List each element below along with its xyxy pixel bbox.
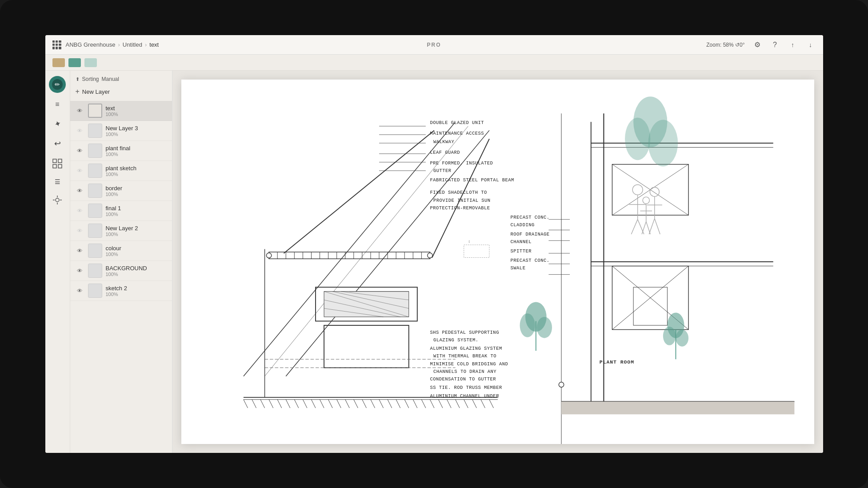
grid-toggle[interactable] [52, 159, 62, 170]
layer-visibility-toggle[interactable]: 👁 [76, 266, 84, 275]
layer-opacity: 100% [106, 192, 123, 197]
layer-visibility-toggle[interactable]: 👁 [76, 126, 84, 135]
layer-name: BACKGROUND [106, 265, 147, 272]
layer-visibility-toggle[interactable]: 👁 [76, 286, 84, 295]
layer-info: text100% [106, 105, 118, 117]
layer-opacity: 100% [106, 232, 138, 237]
help-button[interactable]: ? [770, 40, 780, 50]
svg-text:ROOF DRAINAGE: ROOF DRAINAGE [510, 232, 549, 237]
undo-tool[interactable]: ↩ [49, 136, 65, 152]
svg-text:PRECAST CONC.: PRECAST CONC. [510, 258, 549, 263]
zoom-label: Zoom: 58% ↺0° [706, 42, 744, 48]
svg-rect-1 [58, 159, 62, 163]
layer-visibility-toggle[interactable]: 👁 [76, 166, 84, 175]
layer-visibility-toggle[interactable]: 👁 [76, 186, 84, 195]
layer-name: colour [106, 245, 121, 252]
layers-toggle[interactable]: ☰ [49, 174, 65, 190]
layer-thumbnail [88, 184, 102, 198]
sorting-row[interactable]: ⬆ Sorting Manual [76, 76, 167, 82]
svg-point-33 [427, 253, 432, 258]
color-swatch-tan[interactable] [52, 58, 65, 67]
svg-rect-2 [53, 164, 56, 168]
layer-visibility-toggle[interactable]: 👁 [76, 246, 84, 255]
svg-text:ALUMINIUM CHANNEL UNDER: ALUMINIUM CHANNEL UNDER [430, 393, 499, 399]
brush-tool[interactable]: ✏ [49, 76, 66, 93]
layer-thumbnail [88, 204, 102, 218]
layer-name: sketch 2 [106, 285, 127, 292]
svg-point-75 [625, 118, 650, 160]
svg-text:SHS PEDESTAL SUPPORTING: SHS PEDESTAL SUPPORTING [430, 330, 499, 335]
svg-text:GUTTER: GUTTER [433, 168, 452, 173]
top-bar-right: Zoom: 58% ↺0° ⚙ ? ↑ ↓ [706, 40, 816, 50]
svg-point-132 [559, 382, 564, 387]
toolbar [45, 55, 823, 71]
menu-tool[interactable]: ≡ [49, 96, 65, 112]
settings-button[interactable]: ⚙ [752, 40, 763, 50]
color-swatch-green[interactable] [68, 58, 81, 67]
svg-point-68 [520, 313, 535, 337]
color-swatch-light[interactable] [84, 58, 97, 67]
svg-text:CONDENSATION TO GUTTER: CONDENSATION TO GUTTER [430, 376, 496, 382]
layer-item[interactable]: 👁colour100% [70, 241, 172, 261]
export-down-button[interactable]: ↓ [805, 40, 816, 50]
breadcrumb-current[interactable]: text [149, 41, 159, 48]
apps-icon[interactable] [52, 40, 61, 49]
layer-item[interactable]: 👁BACKGROUND100% [70, 261, 172, 281]
layer-opacity: 100% [106, 292, 127, 297]
svg-text:WITH THERMAL BREAK TO: WITH THERMAL BREAK TO [433, 353, 496, 359]
layer-visibility-toggle[interactable]: 👁 [76, 226, 84, 235]
svg-point-76 [648, 120, 678, 167]
main-content: ✏ ≡ ✦ ↩ ☰ [45, 71, 823, 453]
layer-info: border100% [106, 185, 123, 197]
layer-info: plant sketch100% [106, 165, 136, 177]
layer-item[interactable]: 👁New Layer 2100% [70, 221, 172, 241]
layer-opacity: 100% [106, 212, 121, 217]
svg-point-72 [663, 327, 676, 345]
layer-info: final 1100% [106, 205, 121, 217]
layer-item[interactable]: 👁text100% [70, 101, 172, 121]
layer-visibility-toggle[interactable]: 👁 [76, 146, 84, 155]
layer-item[interactable]: 👁plant sketch100% [70, 161, 172, 181]
svg-text:DOUBLE GLAZED UNIT: DOUBLE GLAZED UNIT [430, 120, 484, 125]
layer-name: border [106, 185, 123, 192]
layer-item[interactable]: 👁New Layer 3100% [70, 121, 172, 141]
layer-thumbnail [88, 224, 102, 238]
layer-info: plant final100% [106, 145, 131, 157]
svg-text:ALUMINIUM GLAZING SYSTEM: ALUMINIUM GLAZING SYSTEM [430, 346, 502, 351]
layer-thumbnail [88, 164, 102, 178]
layer-item[interactable]: 👁final 1100% [70, 201, 172, 221]
export-up-button[interactable]: ↑ [788, 40, 798, 50]
layer-thumbnail [88, 144, 102, 158]
layer-item[interactable]: 👁border100% [70, 181, 172, 201]
screen: ANBG Greenhouse › Untitled › text PRO Zo… [45, 35, 823, 453]
layer-visibility-toggle[interactable]: 👁 [76, 206, 84, 215]
layer-name: plant sketch [106, 165, 136, 172]
svg-rect-58 [561, 402, 794, 415]
breadcrumb-file[interactable]: Untitled [123, 41, 142, 48]
svg-point-4 [56, 198, 59, 202]
smudge-tool[interactable]: ✦ [49, 116, 65, 132]
layer-name: text [106, 105, 118, 112]
layer-info: New Layer 3100% [106, 125, 138, 137]
zoom-rotation: ↺0° [735, 42, 744, 48]
cursor-tool[interactable] [52, 195, 62, 207]
svg-text:FIXED SHADECLOTH TO: FIXED SHADECLOTH TO [430, 190, 487, 195]
new-layer-button[interactable]: + New Layer [76, 86, 167, 97]
layer-name: plant final [106, 145, 131, 152]
layer-item[interactable]: 👁plant final100% [70, 141, 172, 161]
top-bar-left: ANBG Greenhouse › Untitled › text [52, 40, 159, 49]
breadcrumb-project[interactable]: ANBG Greenhouse [66, 41, 116, 48]
layer-opacity: 100% [106, 172, 136, 177]
tablet-frame: ANBG Greenhouse › Untitled › text PRO Zo… [0, 0, 868, 488]
layer-item[interactable]: 👁sketch 2100% [70, 281, 172, 301]
layer-visibility-toggle[interactable]: 👁 [76, 106, 84, 115]
svg-text:↕: ↕ [468, 240, 470, 244]
canvas-area[interactable]: DOUBLE GLAZED UNIT MAINTENANCE ACCESS WA… [172, 71, 823, 453]
svg-text:CHANNELS TO DRAIN ANY: CHANNELS TO DRAIN ANY [433, 369, 496, 374]
layer-name: New Layer 3 [106, 125, 138, 132]
layer-list: 👁text100%👁New Layer 3100%👁plant final100… [70, 101, 172, 453]
layer-thumbnail [88, 264, 102, 278]
breadcrumb: ANBG Greenhouse › Untitled › text [66, 41, 159, 48]
svg-point-73 [676, 330, 688, 347]
zoom-value: 58% [723, 42, 734, 48]
